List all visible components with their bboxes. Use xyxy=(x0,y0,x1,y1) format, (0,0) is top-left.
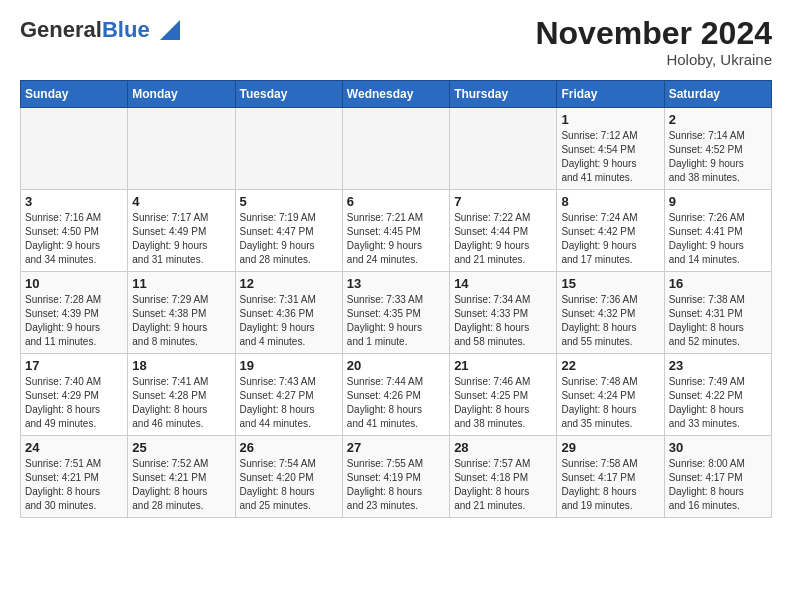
day-number: 9 xyxy=(669,194,767,209)
table-cell: 3Sunrise: 7:16 AM Sunset: 4:50 PM Daylig… xyxy=(21,190,128,272)
day-info: Sunrise: 7:19 AM Sunset: 4:47 PM Dayligh… xyxy=(240,211,338,267)
day-number: 18 xyxy=(132,358,230,373)
day-info: Sunrise: 7:41 AM Sunset: 4:28 PM Dayligh… xyxy=(132,375,230,431)
page: GeneralBlue November 2024 Holoby, Ukrain… xyxy=(0,0,792,528)
day-number: 20 xyxy=(347,358,445,373)
table-cell: 11Sunrise: 7:29 AM Sunset: 4:38 PM Dayli… xyxy=(128,272,235,354)
day-info: Sunrise: 7:58 AM Sunset: 4:17 PM Dayligh… xyxy=(561,457,659,513)
table-cell: 29Sunrise: 7:58 AM Sunset: 4:17 PM Dayli… xyxy=(557,436,664,518)
day-number: 15 xyxy=(561,276,659,291)
day-info: Sunrise: 7:49 AM Sunset: 4:22 PM Dayligh… xyxy=(669,375,767,431)
table-cell: 5Sunrise: 7:19 AM Sunset: 4:47 PM Daylig… xyxy=(235,190,342,272)
day-number: 29 xyxy=(561,440,659,455)
table-cell: 22Sunrise: 7:48 AM Sunset: 4:24 PM Dayli… xyxy=(557,354,664,436)
week-row-4: 24Sunrise: 7:51 AM Sunset: 4:21 PM Dayli… xyxy=(21,436,772,518)
col-monday: Monday xyxy=(128,81,235,108)
month-year: November 2024 xyxy=(535,16,772,51)
day-number: 30 xyxy=(669,440,767,455)
day-info: Sunrise: 7:28 AM Sunset: 4:39 PM Dayligh… xyxy=(25,293,123,349)
day-number: 14 xyxy=(454,276,552,291)
table-cell: 28Sunrise: 7:57 AM Sunset: 4:18 PM Dayli… xyxy=(450,436,557,518)
day-info: Sunrise: 7:38 AM Sunset: 4:31 PM Dayligh… xyxy=(669,293,767,349)
day-info: Sunrise: 7:17 AM Sunset: 4:49 PM Dayligh… xyxy=(132,211,230,267)
day-number: 28 xyxy=(454,440,552,455)
header: GeneralBlue November 2024 Holoby, Ukrain… xyxy=(20,16,772,68)
day-info: Sunrise: 7:26 AM Sunset: 4:41 PM Dayligh… xyxy=(669,211,767,267)
day-info: Sunrise: 7:43 AM Sunset: 4:27 PM Dayligh… xyxy=(240,375,338,431)
logo-icon xyxy=(152,16,180,44)
day-info: Sunrise: 7:33 AM Sunset: 4:35 PM Dayligh… xyxy=(347,293,445,349)
table-cell: 2Sunrise: 7:14 AM Sunset: 4:52 PM Daylig… xyxy=(664,108,771,190)
table-cell: 8Sunrise: 7:24 AM Sunset: 4:42 PM Daylig… xyxy=(557,190,664,272)
table-cell: 13Sunrise: 7:33 AM Sunset: 4:35 PM Dayli… xyxy=(342,272,449,354)
table-cell: 15Sunrise: 7:36 AM Sunset: 4:32 PM Dayli… xyxy=(557,272,664,354)
day-number: 25 xyxy=(132,440,230,455)
day-info: Sunrise: 8:00 AM Sunset: 4:17 PM Dayligh… xyxy=(669,457,767,513)
day-number: 7 xyxy=(454,194,552,209)
day-number: 8 xyxy=(561,194,659,209)
col-friday: Friday xyxy=(557,81,664,108)
table-cell: 26Sunrise: 7:54 AM Sunset: 4:20 PM Dayli… xyxy=(235,436,342,518)
day-number: 1 xyxy=(561,112,659,127)
table-cell: 18Sunrise: 7:41 AM Sunset: 4:28 PM Dayli… xyxy=(128,354,235,436)
day-number: 26 xyxy=(240,440,338,455)
day-number: 11 xyxy=(132,276,230,291)
table-cell: 1Sunrise: 7:12 AM Sunset: 4:54 PM Daylig… xyxy=(557,108,664,190)
title-block: November 2024 Holoby, Ukraine xyxy=(535,16,772,68)
table-cell: 19Sunrise: 7:43 AM Sunset: 4:27 PM Dayli… xyxy=(235,354,342,436)
day-number: 22 xyxy=(561,358,659,373)
day-info: Sunrise: 7:44 AM Sunset: 4:26 PM Dayligh… xyxy=(347,375,445,431)
day-info: Sunrise: 7:52 AM Sunset: 4:21 PM Dayligh… xyxy=(132,457,230,513)
col-sunday: Sunday xyxy=(21,81,128,108)
table-cell: 14Sunrise: 7:34 AM Sunset: 4:33 PM Dayli… xyxy=(450,272,557,354)
table-cell: 9Sunrise: 7:26 AM Sunset: 4:41 PM Daylig… xyxy=(664,190,771,272)
table-cell xyxy=(342,108,449,190)
table-cell xyxy=(128,108,235,190)
table-cell: 7Sunrise: 7:22 AM Sunset: 4:44 PM Daylig… xyxy=(450,190,557,272)
day-info: Sunrise: 7:31 AM Sunset: 4:36 PM Dayligh… xyxy=(240,293,338,349)
col-tuesday: Tuesday xyxy=(235,81,342,108)
calendar-header-row: Sunday Monday Tuesday Wednesday Thursday… xyxy=(21,81,772,108)
col-saturday: Saturday xyxy=(664,81,771,108)
day-number: 21 xyxy=(454,358,552,373)
day-info: Sunrise: 7:48 AM Sunset: 4:24 PM Dayligh… xyxy=(561,375,659,431)
day-number: 2 xyxy=(669,112,767,127)
day-info: Sunrise: 7:40 AM Sunset: 4:29 PM Dayligh… xyxy=(25,375,123,431)
week-row-0: 1Sunrise: 7:12 AM Sunset: 4:54 PM Daylig… xyxy=(21,108,772,190)
day-info: Sunrise: 7:57 AM Sunset: 4:18 PM Dayligh… xyxy=(454,457,552,513)
col-wednesday: Wednesday xyxy=(342,81,449,108)
day-number: 5 xyxy=(240,194,338,209)
day-info: Sunrise: 7:46 AM Sunset: 4:25 PM Dayligh… xyxy=(454,375,552,431)
week-row-3: 17Sunrise: 7:40 AM Sunset: 4:29 PM Dayli… xyxy=(21,354,772,436)
table-cell: 4Sunrise: 7:17 AM Sunset: 4:49 PM Daylig… xyxy=(128,190,235,272)
table-cell xyxy=(235,108,342,190)
calendar: Sunday Monday Tuesday Wednesday Thursday… xyxy=(20,80,772,518)
table-cell: 30Sunrise: 8:00 AM Sunset: 4:17 PM Dayli… xyxy=(664,436,771,518)
table-cell: 24Sunrise: 7:51 AM Sunset: 4:21 PM Dayli… xyxy=(21,436,128,518)
logo-text: GeneralBlue xyxy=(20,18,150,42)
table-cell: 27Sunrise: 7:55 AM Sunset: 4:19 PM Dayli… xyxy=(342,436,449,518)
day-info: Sunrise: 7:12 AM Sunset: 4:54 PM Dayligh… xyxy=(561,129,659,185)
table-cell: 20Sunrise: 7:44 AM Sunset: 4:26 PM Dayli… xyxy=(342,354,449,436)
day-info: Sunrise: 7:22 AM Sunset: 4:44 PM Dayligh… xyxy=(454,211,552,267)
logo-general: General xyxy=(20,17,102,42)
day-number: 4 xyxy=(132,194,230,209)
table-cell: 23Sunrise: 7:49 AM Sunset: 4:22 PM Dayli… xyxy=(664,354,771,436)
svg-marker-0 xyxy=(160,20,180,40)
table-cell: 16Sunrise: 7:38 AM Sunset: 4:31 PM Dayli… xyxy=(664,272,771,354)
day-number: 3 xyxy=(25,194,123,209)
table-cell xyxy=(21,108,128,190)
day-number: 16 xyxy=(669,276,767,291)
table-cell: 17Sunrise: 7:40 AM Sunset: 4:29 PM Dayli… xyxy=(21,354,128,436)
day-info: Sunrise: 7:54 AM Sunset: 4:20 PM Dayligh… xyxy=(240,457,338,513)
week-row-2: 10Sunrise: 7:28 AM Sunset: 4:39 PM Dayli… xyxy=(21,272,772,354)
table-cell: 25Sunrise: 7:52 AM Sunset: 4:21 PM Dayli… xyxy=(128,436,235,518)
day-number: 17 xyxy=(25,358,123,373)
table-cell xyxy=(450,108,557,190)
day-info: Sunrise: 7:21 AM Sunset: 4:45 PM Dayligh… xyxy=(347,211,445,267)
table-cell: 12Sunrise: 7:31 AM Sunset: 4:36 PM Dayli… xyxy=(235,272,342,354)
day-number: 10 xyxy=(25,276,123,291)
day-number: 27 xyxy=(347,440,445,455)
day-info: Sunrise: 7:16 AM Sunset: 4:50 PM Dayligh… xyxy=(25,211,123,267)
day-number: 6 xyxy=(347,194,445,209)
